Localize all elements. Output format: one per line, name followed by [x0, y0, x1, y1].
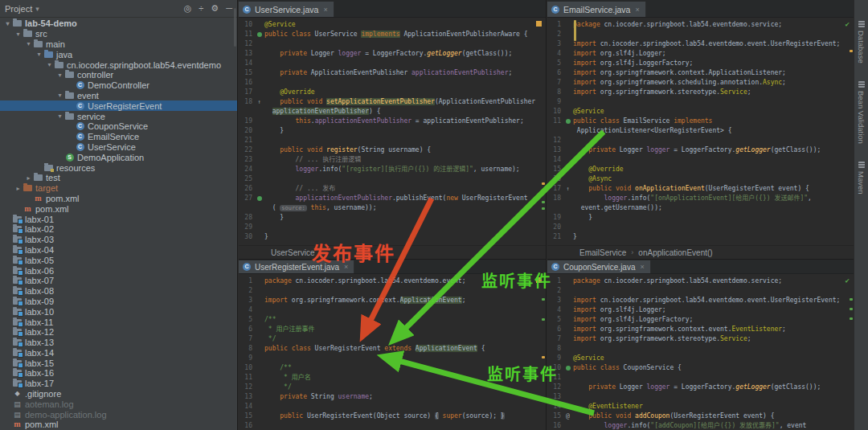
tree-item-couponservice[interactable]: CCouponService [0, 121, 237, 132]
tree-item-pom-xml[interactable]: mpom.xml [0, 194, 237, 204]
collapse-all-icon[interactable]: ÷ [199, 3, 203, 13]
project-tool-window: Project ▾ ◎÷⚙─ ▾lab-54-demo▾src▾main▾jav… [0, 0, 238, 430]
breadcrumb[interactable]: UserService [239, 245, 546, 259]
locate-icon[interactable]: ◎ [184, 3, 192, 13]
code-text: import org.slf4j.Logger; [573, 305, 666, 315]
tree-item-emailservice[interactable]: CEmailService [0, 132, 237, 142]
tree-item-src[interactable]: ▾src [0, 29, 237, 39]
tree-item-labx-11[interactable]: labx-11 [0, 317, 237, 327]
tree-item-lab-54-demo[interactable]: ▾lab-54-demo [0, 18, 237, 29]
chevron-down-icon[interactable]: ▾ [35, 5, 39, 13]
tool-stripe-maven-tool[interactable]: Maven [857, 162, 866, 195]
override-gutter-icon[interactable]: ↑ [254, 97, 264, 107]
tree-item-service[interactable]: ▾service [0, 111, 237, 121]
tree-item-test[interactable]: ▸test [0, 173, 237, 183]
project-tree[interactable]: ▾lab-54-demo▾src▾main▾java▾cn.iocoder.sp… [0, 18, 237, 430]
tree-item-java[interactable]: ▾java [0, 49, 237, 59]
code-editor-userregisterevent[interactable]: 1package cn.iocoder.springboot.lab54.eve… [239, 274, 546, 430]
tree-item--gitignore[interactable]: ◆.gitignore [0, 389, 237, 399]
tab-userservice-java[interactable]: C UserService.java × [239, 2, 334, 17]
tree-item-labx-05[interactable]: labx-05 [0, 255, 237, 265]
gutter [563, 315, 573, 325]
expand-arrow-icon[interactable]: ▾ [24, 40, 33, 47]
tree-item-labx-04[interactable]: labx-04 [0, 245, 237, 256]
tree-item-labx-14[interactable]: labx-14 [0, 348, 237, 358]
tree-item-target[interactable]: ▸target [0, 183, 237, 194]
spring-bean-gutter-icon[interactable] [563, 117, 573, 126]
line-number: 6 [239, 325, 254, 334]
tree-item-aoteman-log[interactable]: ▤aoteman.log [0, 399, 237, 409]
tree-item-labx-15[interactable]: labx-15 [0, 358, 237, 368]
breadcrumb[interactable]: EmailService›onApplicationEvent() [547, 245, 854, 259]
tree-item-labx-13[interactable]: labx-13 [0, 338, 237, 348]
tree-item-event[interactable]: ▾event [0, 91, 237, 101]
tree-item-labx-07[interactable]: labx-07 [0, 276, 237, 286]
code-line: 30} [239, 232, 546, 242]
expand-arrow-icon[interactable]: ▾ [55, 113, 64, 120]
collapse-arrow-icon[interactable]: ▸ [14, 185, 23, 192]
gutter [254, 315, 264, 325]
gutter [563, 49, 573, 59]
spring-bean-gutter-icon[interactable] [254, 194, 264, 203]
tree-item-labx-17[interactable]: labx-17 [0, 379, 237, 389]
tree-item-pom-xml[interactable]: mpom.xml [0, 203, 237, 214]
collapse-arrow-icon[interactable]: ▸ [24, 174, 33, 182]
tree-item-cn-iocoder-springboot-lab54-eventdemo[interactable]: ▾cn.iocoder.springboot.lab54.eventdemo [0, 59, 237, 70]
tree-item-labx-09[interactable]: labx-09 [0, 297, 237, 307]
gutter [254, 392, 264, 402]
tree-item-labx-01[interactable]: labx-01 [0, 214, 237, 224]
module-folder-icon [13, 360, 22, 367]
breadcrumb-item[interactable]: onApplicationEvent() [638, 248, 712, 257]
line-number: 12 [239, 39, 254, 49]
tab-emailservice-java[interactable]: C EmailService.java × [547, 2, 646, 17]
tree-item-userregisterevent[interactable]: CUserRegisterEvent [0, 100, 237, 111]
hide-panel-icon[interactable]: ─ [226, 3, 232, 13]
code-editor-emailservice[interactable]: 1package cn.iocoder.springboot.lab54.eve… [547, 18, 854, 245]
code-editor-couponservice[interactable]: 1package cn.iocoder.springboot.lab54.eve… [547, 274, 854, 430]
expand-arrow-icon[interactable]: ▾ [14, 31, 23, 38]
expand-arrow-icon[interactable]: ▾ [55, 92, 64, 99]
tree-item-main[interactable]: ▾main [0, 39, 237, 50]
tool-stripe-database-tool[interactable]: Database [857, 21, 866, 63]
tree-item-labx-02[interactable]: labx-02 [0, 224, 237, 235]
code-line: 10@Service [547, 107, 854, 117]
close-tab-icon[interactable]: × [344, 263, 348, 271]
breadcrumb-item[interactable]: UserService [271, 248, 314, 257]
expand-arrow-icon[interactable]: ▾ [35, 51, 43, 58]
expand-arrow-icon[interactable]: ▾ [45, 61, 54, 68]
event-listener-gutter-icon[interactable]: @ [563, 412, 573, 421]
tree-item-labx-12[interactable]: labx-12 [0, 327, 237, 338]
tree-item-demoapplication[interactable]: SDemoApplication [0, 152, 237, 162]
tree-item-pom-xml[interactable]: mpom.xml [0, 420, 237, 430]
spring-bean-gutter-icon[interactable] [254, 30, 264, 39]
tab-couponservice-java[interactable]: C CouponService.java × [547, 260, 651, 273]
tab-userregisterevent-java[interactable]: C UserRegisterEvent.java × [239, 260, 354, 273]
tree-item-resources[interactable]: resources [0, 162, 237, 173]
code-line: 6 * 用户注册事件 [239, 325, 546, 334]
tree-item-labx-16[interactable]: labx-16 [0, 368, 237, 379]
tree-item-controller[interactable]: ▾controller [0, 70, 237, 80]
tree-item-demo-application-log[interactable]: ▤demo-application.log [0, 409, 237, 420]
tree-item-labx-06[interactable]: labx-06 [0, 265, 237, 276]
expand-arrow-icon[interactable]: ▾ [3, 20, 12, 27]
breadcrumb-item[interactable]: EmailService [579, 248, 626, 257]
code-line: 27 applicationEventPublisher.publishEven… [239, 194, 546, 203]
tree-item-labx-10[interactable]: labx-10 [0, 306, 237, 317]
close-tab-icon[interactable]: × [641, 263, 645, 271]
close-tab-icon[interactable]: × [635, 6, 639, 14]
project-panel-title[interactable]: Project [5, 4, 32, 14]
tree-item-userservice[interactable]: CUserService [0, 142, 237, 153]
tree-item-labx-03[interactable]: labx-03 [0, 235, 237, 245]
gutter [254, 68, 264, 78]
code-editor-userservice[interactable]: 10@Service11public class UserService imp… [239, 18, 546, 245]
tree-item-labx-08[interactable]: labx-08 [0, 286, 237, 297]
expand-arrow-icon[interactable]: ▾ [55, 72, 64, 79]
tool-stripe-bean-validation-tool[interactable]: Bean Validation [857, 81, 866, 144]
tree-scrollbar[interactable] [234, 8, 236, 47]
settings-gear-icon[interactable]: ⚙ [211, 3, 219, 13]
override-gutter-icon[interactable]: ↑ [563, 184, 573, 194]
tree-item-label: labx-06 [25, 266, 54, 276]
spring-bean-gutter-icon[interactable] [563, 363, 573, 373]
close-tab-icon[interactable]: × [323, 6, 327, 14]
tree-item-democontroller[interactable]: CDemoController [0, 80, 237, 91]
